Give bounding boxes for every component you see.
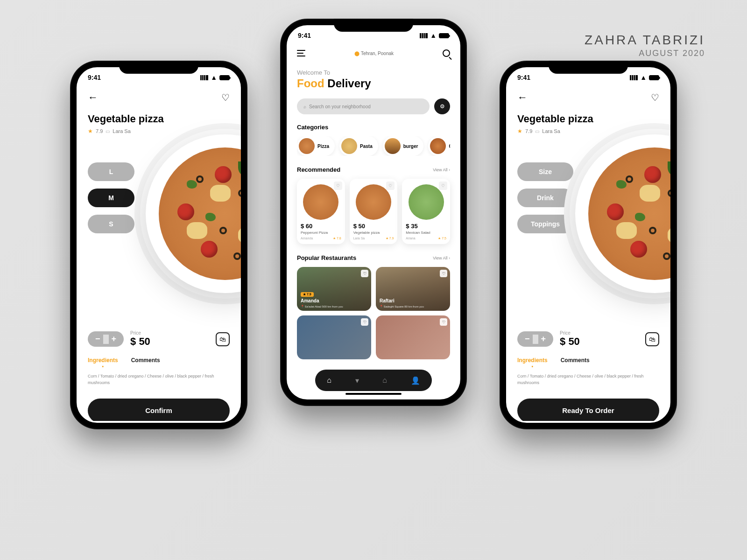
battery-icon xyxy=(649,75,659,80)
restaurant-name: Lara Sa xyxy=(113,128,131,134)
status-time: 9:41 xyxy=(517,74,530,81)
viewall-popular[interactable]: View All › xyxy=(433,256,450,260)
credit-block: ZAHRA TABRIZI AUGUST 2020 xyxy=(585,33,705,58)
notch xyxy=(549,61,628,74)
price-label: Price xyxy=(130,330,150,336)
author-date: AUGUST 2020 xyxy=(585,49,705,58)
phone-home: 9:41 ▲ ⬤Tehran, Poonak Welcome To Food D… xyxy=(280,19,467,406)
plus-button[interactable]: + xyxy=(109,334,120,344)
category-pizza[interactable]: Pizza xyxy=(297,136,335,156)
option-size-button[interactable]: Size xyxy=(517,162,573,181)
star-icon: ★ xyxy=(88,128,93,134)
tab-ingredients[interactable]: Ingredients xyxy=(88,357,118,366)
option-drink-button[interactable]: Drink xyxy=(517,189,573,207)
size-m-button[interactable]: M xyxy=(88,189,134,207)
ready-order-button[interactable]: Ready To Order xyxy=(517,399,659,421)
rec-card-1[interactable]: ♡ $ 60 Pepperoni Pizza Amanda★ 7.8 xyxy=(297,179,345,244)
product-image xyxy=(575,134,670,293)
bookmark-button[interactable]: ♡ xyxy=(221,92,230,103)
category-chicken[interactable]: Chicken xyxy=(428,136,450,156)
price-value: $ 50 xyxy=(130,336,150,348)
nav-home-icon[interactable]: ⌂ xyxy=(327,376,331,385)
ingredients-text: Corn / Tomato / dried oregano / Cheese /… xyxy=(517,373,659,386)
size-l-button[interactable]: L xyxy=(88,162,134,181)
option-toppings-button[interactable]: Toppings xyxy=(517,215,573,233)
bookmark-icon[interactable]: ♡ xyxy=(361,318,368,326)
product-image xyxy=(146,134,241,293)
size-s-button[interactable]: S xyxy=(88,215,134,233)
bookmark-button[interactable]: ♡ xyxy=(651,92,659,103)
back-button[interactable]: ← xyxy=(88,91,98,104)
status-time: 9:41 xyxy=(88,74,101,81)
bottom-nav: ⌂ ▾ ⌂ 👤 xyxy=(315,370,432,391)
price-label: Price xyxy=(560,330,580,336)
nav-bookmark-icon[interactable]: ▾ xyxy=(355,376,359,385)
battery-icon xyxy=(219,75,230,80)
battery-icon xyxy=(439,33,449,38)
bookmark-icon[interactable]: ♡ xyxy=(334,182,342,190)
bookmark-icon[interactable]: ♡ xyxy=(386,182,395,190)
recommended-heading: Recommended xyxy=(297,166,340,173)
rating-value: 7.9 xyxy=(525,128,532,134)
pin-icon: ⬤ xyxy=(354,51,359,56)
filter-button[interactable]: ⚙ xyxy=(434,98,450,114)
restaurant-icon: ▭ xyxy=(106,129,110,134)
restaurant-card-2[interactable]: ♡ Raftari 📍 Sadeghi Square 80 km from yo… xyxy=(376,267,450,311)
nav-store-icon[interactable]: ⌂ xyxy=(382,376,387,385)
bookmark-icon[interactable]: ♡ xyxy=(361,270,368,277)
search-input[interactable]: ⌕Search on your neighborhood xyxy=(297,98,430,114)
welcome-line2: Food Delivery xyxy=(297,77,450,90)
price-value: $ 50 xyxy=(560,336,580,348)
confirm-button[interactable]: Confirm xyxy=(88,399,230,421)
popular-heading: Popular Restaurants xyxy=(297,254,356,261)
rec-card-2[interactable]: ♡ $ 50 Vegetable pizza Lara Sa★ 7.9 xyxy=(350,179,398,244)
minus-button[interactable]: − xyxy=(92,334,103,344)
wifi-icon: ▲ xyxy=(430,32,437,39)
restaurant-name: Lara Sa xyxy=(542,128,560,134)
rating-badge: ★ 7.9 xyxy=(301,292,314,297)
restaurant-card-3[interactable]: ♡ xyxy=(297,315,371,359)
cart-button[interactable]: 🛍 xyxy=(645,332,659,346)
rec-card-3[interactable]: ♡ $ 35 Mexican Salad Ariana★ 7.5 xyxy=(402,179,450,244)
author-name: ZAHRA TABRIZI xyxy=(585,33,705,48)
product-title: Vegetable pizza xyxy=(88,113,230,125)
search-icon: ⌕ xyxy=(303,104,306,109)
menu-button[interactable] xyxy=(297,50,305,56)
back-button[interactable]: ← xyxy=(517,91,528,104)
search-button[interactable] xyxy=(443,49,450,57)
phone-options: 9:41 ▲ ← ♡ Vegetable pizza ★ 7.9 ▭ Lara … xyxy=(500,61,677,429)
bookmark-icon[interactable]: ♡ xyxy=(439,182,447,190)
categories-heading: Categories xyxy=(297,124,450,131)
nav-profile-icon[interactable]: 👤 xyxy=(411,376,420,385)
notch xyxy=(119,61,198,74)
wifi-icon: ▲ xyxy=(640,74,647,81)
plus-button[interactable]: + xyxy=(538,334,549,344)
tab-ingredients[interactable]: Ingredients xyxy=(517,357,548,366)
notch xyxy=(334,19,413,32)
wifi-icon: ▲ xyxy=(211,74,217,81)
status-time: 9:41 xyxy=(298,32,311,39)
tab-comments[interactable]: Comments xyxy=(561,357,590,366)
restaurant-card-1[interactable]: ♡ ★ 7.9 Amanda 📍 Sa'adat Abad 500 km fro… xyxy=(297,267,371,311)
bookmark-icon[interactable]: ♡ xyxy=(440,270,447,277)
tab-comments[interactable]: Comments xyxy=(131,357,160,366)
signal-icon xyxy=(420,33,428,38)
restaurant-icon: ▭ xyxy=(535,129,539,134)
category-pasta[interactable]: Pasta xyxy=(339,136,378,156)
cart-button[interactable]: 🛍 xyxy=(216,332,230,346)
bookmark-icon[interactable]: ♡ xyxy=(440,318,447,326)
product-title: Vegetable pizza xyxy=(517,113,659,125)
viewall-recommended[interactable]: View All › xyxy=(433,168,450,172)
quantity-stepper[interactable]: − + xyxy=(517,331,553,347)
restaurant-card-4[interactable]: ♡ xyxy=(376,315,450,359)
minus-button[interactable]: − xyxy=(522,334,533,344)
welcome-line1: Welcome To xyxy=(297,69,450,76)
location-display[interactable]: ⬤Tehran, Poonak xyxy=(354,51,394,56)
signal-icon xyxy=(630,75,638,80)
phone-size-select: 9:41 ▲ ← ♡ Vegetable pizza ★ 7.9 ▭ Lara … xyxy=(70,61,247,429)
rating-value: 7.9 xyxy=(96,128,103,134)
ingredients-text: Corn / Tomato / dried oregano / Cheese /… xyxy=(88,373,230,386)
quantity-stepper[interactable]: − + xyxy=(88,331,124,347)
category-burger[interactable]: burger xyxy=(383,136,424,156)
signal-icon xyxy=(200,75,208,80)
